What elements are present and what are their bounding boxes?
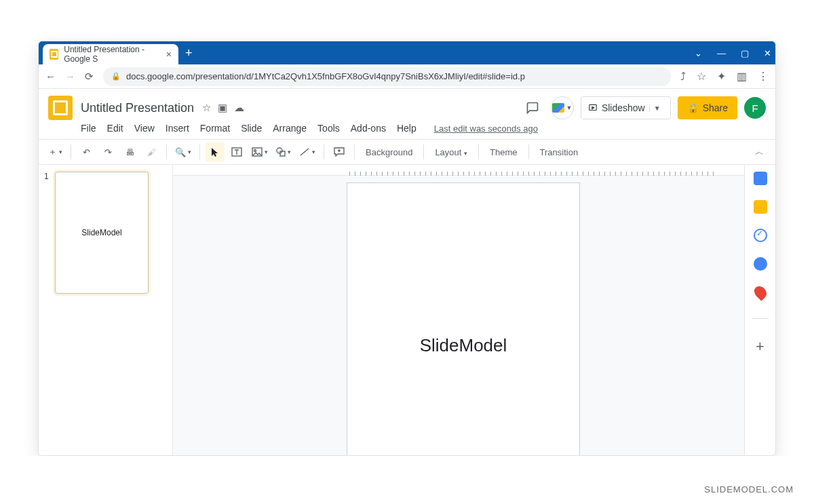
shape-icon[interactable]: ▾ [273, 142, 294, 161]
star-icon[interactable]: ☆ [202, 102, 211, 114]
close-window-icon[interactable]: ✕ [764, 48, 771, 58]
theme-button[interactable]: Theme [484, 147, 522, 157]
menu-view[interactable]: View [134, 123, 155, 134]
toolbar: ＋▾ ↶ ↷ 🖶 🖌 🔍▾ ▾ ▾ ▾ Background Layout ▾ … [39, 139, 775, 165]
new-slide-button[interactable]: ＋▾ [45, 142, 65, 161]
browser-toolbar: ← → ⟳ 🔒 docs.google.com/presentation/d/1… [39, 64, 775, 89]
print-icon[interactable]: 🖶 [120, 142, 139, 161]
address-bar[interactable]: 🔒 docs.google.com/presentation/d/1MYtCa2… [103, 67, 671, 86]
calendar-icon[interactable] [754, 172, 767, 185]
svg-line-6 [301, 149, 309, 155]
meet-button[interactable]: ▼ [551, 96, 574, 119]
thumbnail-text: SlideModel [81, 228, 121, 237]
move-icon[interactable]: ▣ [218, 102, 227, 114]
paint-format-icon[interactable]: 🖌 [142, 142, 161, 161]
zoom-button[interactable]: 🔍▾ [172, 142, 194, 161]
image-icon[interactable]: ▾ [249, 142, 271, 161]
lock-icon: 🔒 [687, 102, 699, 113]
avatar-letter: F [752, 102, 758, 114]
window-controls: ⌄ — ▢ ✕ [695, 41, 771, 64]
slides-logo-icon[interactable] [48, 96, 73, 120]
menu-slide[interactable]: Slide [241, 123, 262, 134]
present-icon [588, 103, 598, 113]
menu-bar: File Edit View Insert Format Slide Arran… [39, 120, 775, 139]
menu-file[interactable]: File [81, 123, 96, 134]
new-tab-button[interactable]: + [185, 46, 193, 60]
forward-icon[interactable]: → [65, 71, 75, 82]
undo-icon[interactable]: ↶ [77, 142, 96, 161]
hide-menus-icon[interactable]: ︿ [750, 142, 769, 161]
close-tab-icon[interactable]: × [166, 49, 172, 60]
svg-rect-5 [280, 151, 285, 156]
redo-icon[interactable]: ↷ [98, 142, 117, 161]
textbox-icon[interactable] [227, 142, 246, 161]
maximize-icon[interactable]: ▢ [741, 48, 749, 58]
last-edit-link[interactable]: Last edit was seconds ago [434, 123, 538, 134]
menu-format[interactable]: Format [200, 123, 230, 134]
reading-list-icon[interactable]: ▥ [737, 70, 747, 83]
transition-button[interactable]: Transition [535, 147, 584, 157]
share-page-icon[interactable]: ⤴ [680, 71, 686, 83]
comments-icon[interactable] [521, 96, 544, 119]
title-column: Untitled Presentation ☆ ▣ ☁ [81, 101, 244, 115]
tasks-icon[interactable] [754, 229, 767, 242]
contacts-icon[interactable] [754, 257, 767, 271]
document-title[interactable]: Untitled Presentation [81, 101, 194, 115]
horizontal-ruler [173, 165, 744, 176]
tab-search-icon[interactable]: ⌄ [695, 48, 702, 58]
slideshow-button[interactable]: Slideshow ▼ [581, 96, 671, 119]
window-titlebar: Untitled Presentation - Google S × + ⌄ —… [39, 41, 775, 64]
url-text: docs.google.com/presentation/d/1MYtCa2Qv… [126, 71, 525, 81]
cloud-status-icon[interactable]: ☁ [234, 102, 244, 114]
slide-canvas[interactable]: SlideModel [347, 182, 580, 455]
layout-button[interactable]: Layout ▾ [429, 147, 473, 157]
share-label: Share [703, 102, 728, 113]
select-tool-icon[interactable] [206, 142, 225, 161]
menu-edit[interactable]: Edit [107, 123, 123, 134]
reload-icon[interactable]: ⟳ [85, 71, 94, 83]
menu-addons[interactable]: Add-ons [351, 123, 386, 134]
minimize-icon[interactable]: — [717, 48, 726, 58]
thumbnail-preview[interactable]: SlideModel [55, 172, 149, 294]
browser-window: Untitled Presentation - Google S × + ⌄ —… [38, 41, 776, 456]
background-button[interactable]: Background [360, 147, 418, 157]
main-area: 1 SlideModel SlideModel + [39, 165, 775, 455]
slideshow-label: Slideshow [602, 102, 645, 113]
svg-point-3 [254, 150, 256, 152]
browser-tab[interactable]: Untitled Presentation - Google S × [43, 44, 178, 64]
side-panel: + [744, 165, 775, 455]
thumbnail-number: 1 [44, 172, 51, 294]
svg-point-4 [277, 148, 282, 153]
menu-arrange[interactable]: Arrange [273, 123, 307, 134]
tab-title: Untitled Presentation - Google S [64, 45, 161, 64]
app-header: Untitled Presentation ☆ ▣ ☁ ▼ Slideshow … [39, 89, 775, 120]
menu-help[interactable]: Help [397, 123, 416, 134]
thumbnail-item[interactable]: 1 SlideModel [44, 172, 167, 294]
extensions-icon[interactable]: ✦ [717, 70, 726, 83]
meet-icon [552, 103, 564, 113]
slides-favicon-icon [50, 49, 58, 60]
account-avatar[interactable]: F [744, 97, 766, 119]
slide-canvas-area[interactable]: SlideModel [173, 165, 744, 455]
slide-thumbnail-panel: 1 SlideModel [39, 165, 173, 455]
back-icon[interactable]: ← [45, 71, 56, 82]
chevron-down-icon: ▼ [566, 104, 572, 111]
menu-insert[interactable]: Insert [166, 123, 189, 134]
keep-icon[interactable] [754, 200, 767, 214]
chevron-down-icon[interactable]: ▼ [649, 104, 665, 112]
add-addon-icon[interactable]: + [756, 338, 764, 355]
maps-icon[interactable] [752, 284, 769, 301]
bookmark-icon[interactable]: ☆ [697, 70, 706, 83]
browser-menu-icon[interactable]: ⋮ [758, 70, 769, 83]
line-icon[interactable]: ▾ [296, 142, 318, 161]
share-button[interactable]: 🔒 Share [678, 96, 737, 119]
lock-icon: 🔒 [111, 72, 121, 81]
slide-text-content: SlideModel [420, 335, 507, 356]
comment-icon[interactable] [330, 142, 349, 161]
menu-tools[interactable]: Tools [317, 123, 340, 134]
